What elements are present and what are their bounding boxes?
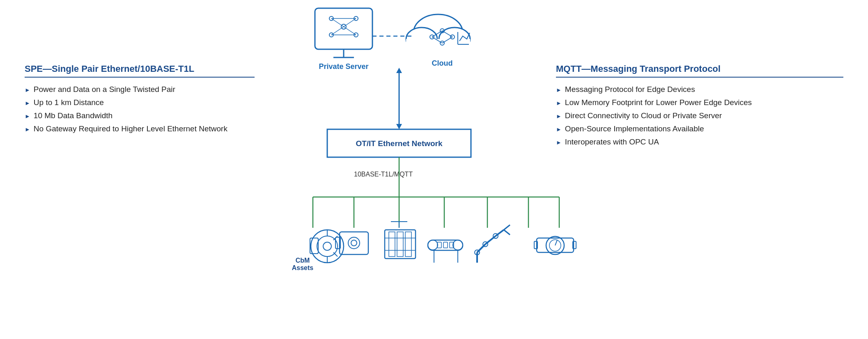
svg-line-72	[477, 244, 485, 252]
svg-point-45	[323, 242, 331, 250]
svg-line-6	[331, 18, 344, 27]
page-container: SPE—Single Pair Ethernet/10BASE-T1L ►Pow…	[0, 0, 868, 339]
mqtt-bullet-2: ►Low Memory Footprint for Lower Power Ed…	[556, 98, 843, 107]
cloud-label: Cloud	[432, 59, 453, 67]
spe-title: SPE—Single Pair Ethernet/10BASE-T1L	[25, 64, 255, 78]
svg-line-73	[485, 236, 496, 244]
svg-rect-55	[385, 230, 416, 259]
diagram-svg: Private Server Cloud	[290, 0, 578, 339]
svg-point-65	[453, 240, 463, 250]
svg-line-74	[496, 230, 504, 236]
mqtt-bullet-1: ►Messaging Protocol for Edge Devices	[556, 85, 843, 94]
cbm-assets-label: Assets	[292, 264, 314, 271]
spe-bullet-4: ►No Gateway Required to Higher Level Eth…	[25, 124, 255, 133]
svg-point-64	[428, 240, 438, 250]
private-server-label: Private Server	[319, 62, 368, 71]
right-panel: MQTT—Messaging Transport Protocol ►Messa…	[556, 64, 843, 151]
arrow-icon-4: ►	[25, 126, 30, 133]
svg-line-7	[344, 18, 356, 27]
svg-point-54	[351, 240, 357, 246]
svg-line-8	[331, 27, 344, 35]
svg-rect-56	[389, 232, 395, 257]
mqtt-title: MQTT—Messaging Transport Protocol	[556, 64, 843, 78]
svg-marker-32	[396, 124, 402, 129]
mqtt-bullet-list: ►Messaging Protocol for Edge Devices ►Lo…	[556, 85, 843, 147]
svg-line-78	[504, 225, 510, 230]
spe-bullet-1: ►Power and Data on a Single Twisted Pair	[25, 85, 255, 94]
ot-it-label: OT/IT Ethernet Network	[356, 139, 443, 148]
spe-bullet-3: ►10 Mb Data Bandwidth	[25, 111, 255, 120]
svg-rect-67	[443, 242, 448, 248]
left-panel: SPE—Single Pair Ethernet/10BASE-T1L ►Pow…	[25, 64, 255, 137]
mqtt-line-label: 10BASE-T1L/MQTT	[354, 171, 413, 178]
svg-marker-31	[396, 68, 402, 73]
mqtt-bullet-3: ►Direct Connectivity to Cloud or Private…	[556, 111, 843, 120]
cbm-label: CbM	[296, 257, 310, 264]
svg-line-83	[555, 240, 557, 245]
svg-rect-58	[405, 232, 411, 257]
arrow-icon-3: ►	[25, 113, 30, 119]
spe-bullet-2: ►Up to 1 km Distance	[25, 98, 255, 107]
center-diagram: Private Server Cloud	[290, 0, 578, 339]
svg-rect-63	[428, 240, 463, 250]
svg-line-9	[344, 27, 356, 35]
spe-bullet-list: ►Power and Data on a Single Twisted Pair…	[25, 85, 255, 133]
arrow-icon-1: ►	[25, 87, 30, 93]
svg-point-53	[348, 237, 360, 249]
svg-line-79	[504, 230, 510, 235]
arrow-icon-2: ►	[25, 100, 30, 106]
svg-rect-57	[397, 232, 403, 257]
mqtt-bullet-4: ►Open-Source Implementations Available	[556, 124, 843, 133]
mqtt-bullet-5: ►Interoperates with OPC UA	[556, 137, 843, 147]
